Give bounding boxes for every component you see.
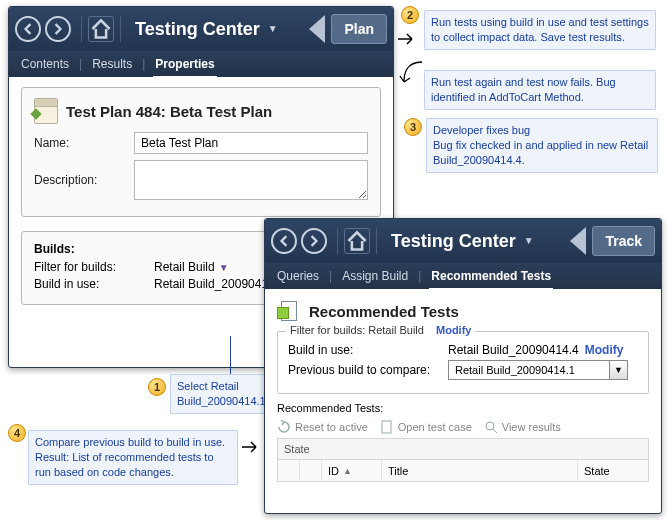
separator [337, 228, 338, 254]
description-input[interactable] [134, 160, 368, 200]
callout-3b: Bug fix checked in and applied in new Re… [433, 139, 648, 166]
arrow-right-icon [308, 235, 320, 247]
col-id[interactable]: ID▲ [322, 460, 382, 481]
recommended-label: Recommended Tests: [277, 402, 649, 414]
arrow-right-icon [242, 440, 262, 457]
home-button[interactable] [88, 16, 114, 42]
tab-queries[interactable]: Queries [275, 263, 321, 289]
document-icon [380, 420, 394, 434]
tab-separator: | [327, 263, 334, 289]
tab-separator: | [416, 263, 423, 289]
tab-contents[interactable]: Contents [19, 51, 71, 77]
sort-asc-icon: ▲ [343, 466, 352, 476]
view-results-button[interactable]: View results [484, 420, 561, 434]
name-label: Name: [34, 136, 134, 150]
titlebar: Testing Center▼ Track [265, 219, 661, 263]
badge-2: 2 [401, 6, 419, 24]
description-row: Description: [34, 160, 368, 200]
track-tabs: Queries | Assign Build | Recommended Tes… [265, 263, 661, 289]
page-title: Recommended Tests [309, 303, 459, 320]
recommended-tests-icon [277, 299, 301, 323]
callout-4a: Compare previous build to build in use. [35, 436, 225, 448]
callout-4b: Result: List of recommended tests to run… [35, 451, 214, 478]
track-section-button[interactable]: Track [592, 226, 655, 256]
home-icon [345, 229, 369, 253]
reset-icon [277, 420, 291, 434]
plan-card: Test Plan 484: Beta Test Plan Name: Desc… [21, 87, 381, 217]
open-test-case-button[interactable]: Open test case [380, 420, 472, 434]
tests-toolbar: Reset to active Open test case View resu… [277, 416, 649, 438]
recommended-panel: Recommended Tests Filter for builds: Ret… [265, 289, 661, 492]
filter-label: Filter for builds: [34, 260, 154, 274]
app-title-text: Testing Center [135, 19, 260, 40]
modify-link[interactable]: Modify [436, 324, 471, 336]
page-heading: Recommended Tests [277, 299, 649, 323]
col-state-label: State [584, 465, 610, 477]
filter-group: Filter for builds: Retail Build Modify B… [277, 331, 649, 394]
chevron-down-icon: ▼ [268, 24, 278, 34]
previous-build-row: Previous build to compare: Retail Build_… [288, 360, 638, 380]
plan-tabs: Contents | Results | Properties [9, 51, 393, 77]
col-selector[interactable] [278, 460, 300, 481]
description-label: Description: [34, 173, 134, 187]
tab-assign-build[interactable]: Assign Build [340, 263, 410, 289]
app-title[interactable]: Testing Center▼ [391, 231, 566, 252]
legend-text: Filter for builds: Retail Build [290, 324, 424, 336]
section-pointer-icon [309, 15, 325, 43]
svg-rect-0 [382, 421, 391, 433]
col-id-label: ID [328, 465, 339, 477]
open-label: Open test case [398, 421, 472, 433]
col-state[interactable]: State [578, 460, 648, 481]
back-button[interactable] [271, 228, 297, 254]
section-label: Track [605, 233, 642, 249]
callout-4: Compare previous build to build in use. … [28, 430, 238, 485]
forward-button[interactable] [45, 16, 71, 42]
forward-button[interactable] [301, 228, 327, 254]
build-in-use-label: Build in use: [288, 343, 448, 357]
tests-grid-header: ID▲ Title State [277, 460, 649, 482]
track-window: Testing Center▼ Track Queries | Assign B… [264, 218, 662, 514]
tab-recommended-tests[interactable]: Recommended Tests [429, 263, 553, 289]
home-button[interactable] [344, 228, 370, 254]
name-row: Name: [34, 132, 368, 154]
col-title[interactable]: Title [382, 460, 578, 481]
chevron-down-icon: ▼ [219, 262, 229, 273]
plan-title: Test Plan 484: Beta Test Plan [66, 103, 272, 120]
back-button[interactable] [15, 16, 41, 42]
build-in-use-row: Build in use: Retail Build_20090414.4Mod… [288, 343, 638, 357]
tab-properties[interactable]: Properties [153, 51, 216, 77]
app-title-text: Testing Center [391, 231, 516, 252]
build-in-use-label: Build in use: [34, 277, 154, 291]
name-input[interactable] [134, 132, 368, 154]
separator [81, 16, 82, 42]
view-label: View results [502, 421, 561, 433]
build-select[interactable]: Retail Build_20090414.1 ▼ [448, 360, 628, 380]
separator [120, 16, 121, 42]
tab-results[interactable]: Results [90, 51, 134, 77]
arrow-left-icon [278, 235, 290, 247]
col-title-label: Title [388, 465, 408, 477]
reset-to-active-button[interactable]: Reset to active [277, 420, 368, 434]
magnifier-icon [484, 420, 498, 434]
filter-legend: Filter for builds: Retail Build Modify [286, 324, 475, 336]
modify-link[interactable]: Modify [585, 343, 624, 357]
separator [376, 228, 377, 254]
callout-3: Developer fixes bug Bug fix checked in a… [426, 118, 658, 173]
previous-build-select[interactable]: Retail Build_20090414.1 ▼ [448, 360, 638, 380]
build-in-use-value: Retail Build_20090414.4Modify [448, 343, 638, 357]
arrow-left-icon [22, 23, 34, 35]
reset-label: Reset to active [295, 421, 368, 433]
chevron-down-icon[interactable]: ▼ [609, 361, 627, 379]
plan-header: Test Plan 484: Beta Test Plan [34, 98, 368, 124]
group-by-state[interactable]: State [277, 438, 649, 460]
arrow-right-icon [52, 23, 64, 35]
callout-2b: Run test again and test now fails. Bug i… [424, 70, 656, 110]
home-icon [89, 17, 113, 41]
clipboard-icon [34, 98, 58, 124]
badge-1: 1 [148, 378, 166, 396]
callout-3a: Developer fixes bug [433, 124, 530, 136]
plan-section-button[interactable]: Plan [331, 14, 387, 44]
section-label: Plan [344, 21, 374, 37]
col-checkbox[interactable] [300, 460, 322, 481]
app-title[interactable]: Testing Center▼ [135, 19, 305, 40]
